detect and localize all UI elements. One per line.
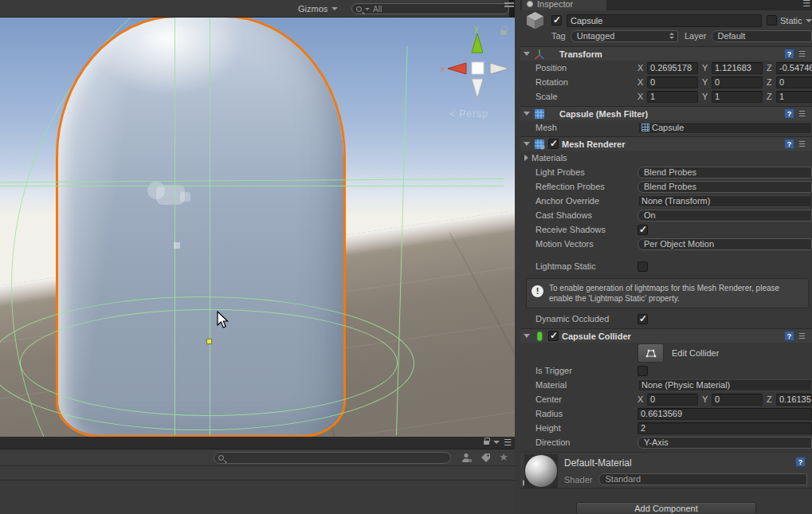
rotation-x-field[interactable]: 0 xyxy=(647,77,698,88)
lock-icon[interactable] xyxy=(500,30,507,35)
cast-shadows-dropdown[interactable]: On xyxy=(637,210,812,222)
scale-z-field[interactable]: 1 xyxy=(776,91,812,103)
scene-viewport[interactable]: y x < Persp xyxy=(0,18,515,437)
lock-icon[interactable] xyxy=(484,441,489,445)
help-icon[interactable]: ? xyxy=(784,108,794,119)
scale-x-field[interactable]: 1 xyxy=(647,91,698,103)
project-search-input[interactable] xyxy=(214,452,451,464)
is-trigger-checkbox[interactable] xyxy=(637,366,648,376)
center-z-field[interactable]: 0.16135 xyxy=(776,394,812,406)
persp-label: Persp xyxy=(459,108,488,120)
mesh-filter-header[interactable]: Capsule (Mesh Filter) ? ☰ xyxy=(520,107,812,120)
gizmos-dropdown-button[interactable]: Gizmos xyxy=(293,2,343,15)
rotation-y-field[interactable]: 0 xyxy=(712,77,763,88)
project-content-area[interactable] xyxy=(0,481,515,513)
active-checkbox[interactable] xyxy=(551,15,562,26)
saved-search-star-icon[interactable]: ★ xyxy=(499,451,508,464)
search-by-label-icon[interactable] xyxy=(480,452,492,464)
dynamic-occluded-checkbox[interactable] xyxy=(637,314,648,324)
capsule-collider-enabled-checkbox[interactable] xyxy=(548,331,559,341)
x-axis-field-label: X xyxy=(637,92,645,101)
help-icon[interactable]: ? xyxy=(784,331,794,341)
panel-menu-icon[interactable]: ☰ xyxy=(504,438,512,446)
chevron-down-icon[interactable] xyxy=(493,441,500,444)
mesh-renderer-header[interactable]: Mesh Renderer ? ☰ xyxy=(520,137,812,151)
x-axis-label: x xyxy=(441,65,445,73)
lightmap-static-checkbox[interactable] xyxy=(637,261,648,272)
materials-foldout-row[interactable]: Materials xyxy=(520,151,812,165)
mesh-filter-icon xyxy=(534,108,545,120)
neg-y-axis-cone[interactable] xyxy=(472,79,483,98)
receive-shadows-checkbox[interactable] xyxy=(637,225,648,235)
preset-icon[interactable]: ☰ xyxy=(798,331,806,341)
height-field[interactable]: 2 xyxy=(637,422,812,434)
light-probes-dropdown[interactable]: Blend Probes xyxy=(637,167,812,179)
lightmap-static-row: Lightmap Static xyxy=(520,259,812,273)
gameobject-name-field[interactable]: Capsule xyxy=(567,14,762,27)
foldout-icon[interactable] xyxy=(524,334,530,338)
mesh-label: Mesh xyxy=(535,123,637,132)
foldout-icon[interactable] xyxy=(524,142,530,146)
orientation-gizmo[interactable]: y x < Persp xyxy=(440,21,515,126)
capsule-collider-header[interactable]: Capsule Collider ? ☰ xyxy=(520,329,812,343)
tag-dropdown[interactable]: Untagged xyxy=(571,30,678,42)
edit-collider-label: Edit Collider xyxy=(672,348,719,358)
position-z-field[interactable]: -0.54746 xyxy=(776,62,812,74)
static-checkbox[interactable] xyxy=(767,15,777,26)
y-axis-field-label: Y xyxy=(702,394,709,404)
preset-icon[interactable]: ☰ xyxy=(798,49,806,59)
layer-dropdown[interactable]: Default xyxy=(712,30,812,42)
panel-menu-icon[interactable]: ☰ xyxy=(802,0,810,7)
help-icon[interactable]: ? xyxy=(795,457,806,467)
preset-icon[interactable]: ☰ xyxy=(798,108,806,119)
inspector-panel: Inspector ☰ Capsule Static Tag Untagged xyxy=(520,0,812,514)
edit-collider-row: Edit Collider xyxy=(520,343,812,363)
tab-inspector[interactable]: Inspector xyxy=(522,0,606,10)
position-y-field[interactable]: 1.121683 xyxy=(712,62,763,74)
y-axis-cone[interactable] xyxy=(472,33,483,53)
radius-field[interactable]: 0.6613569 xyxy=(637,408,812,420)
search-by-type-icon[interactable] xyxy=(461,452,473,464)
shader-dropdown[interactable]: Standard xyxy=(598,473,807,485)
x-axis-field-label: X xyxy=(637,77,645,87)
mesh-renderer-title: Mesh Renderer xyxy=(562,139,625,149)
static-dropdown-caret-icon[interactable] xyxy=(806,19,812,22)
mesh-icon xyxy=(641,124,649,131)
z-axis-cone[interactable] xyxy=(490,63,509,74)
dynamic-occluded-label: Dynamic Occluded xyxy=(535,314,637,324)
collider-handle[interactable] xyxy=(206,339,212,344)
foldout-icon[interactable] xyxy=(524,112,530,116)
perspective-toggle[interactable]: < Persp xyxy=(449,108,488,120)
rotation-z-field[interactable]: 0 xyxy=(776,77,812,88)
help-icon[interactable]: ? xyxy=(784,49,794,59)
edit-collider-button[interactable] xyxy=(637,343,664,363)
project-toolbar: ★ xyxy=(0,449,515,466)
physic-material-label: Material xyxy=(535,380,637,390)
direction-value: Y-Axis xyxy=(644,437,669,447)
foldout-icon[interactable] xyxy=(524,52,530,56)
direction-dropdown[interactable]: Y-Axis xyxy=(637,437,812,449)
center-y-field[interactable]: 0 xyxy=(712,394,763,406)
anchor-override-field[interactable]: None (Transform) xyxy=(637,195,812,207)
motion-vectors-dropdown[interactable]: Per Object Motion xyxy=(637,238,812,250)
help-icon[interactable]: ? xyxy=(784,139,794,149)
mesh-renderer-enabled-checkbox[interactable] xyxy=(548,139,559,149)
position-x-field[interactable]: 0.2695178 xyxy=(647,62,698,74)
reflection-probes-dropdown[interactable]: Blend Probes xyxy=(637,181,812,193)
scale-label: Scale xyxy=(535,92,637,101)
physic-material-field[interactable]: None (Physic Material) xyxy=(637,379,812,391)
gizmo-center-cube[interactable] xyxy=(472,62,484,74)
scene-search-input[interactable]: All xyxy=(351,3,509,14)
preset-icon[interactable]: ☰ xyxy=(798,139,806,149)
transform-header[interactable]: Transform ? ☰ xyxy=(520,47,812,61)
collider-handle[interactable] xyxy=(174,242,180,249)
add-component-button[interactable]: Add Component xyxy=(576,502,756,514)
rotation-row: Rotation X 0 Y 0 Z 0 xyxy=(520,75,812,89)
material-thumbnail[interactable] xyxy=(524,454,558,488)
foldout-right-icon[interactable] xyxy=(524,155,528,161)
center-x-field[interactable]: 0 xyxy=(647,394,698,406)
x-axis-cone[interactable] xyxy=(448,63,466,74)
mesh-object-field[interactable]: Capsule xyxy=(637,122,812,134)
scale-y-field[interactable]: 1 xyxy=(712,91,763,103)
window-controls-icon[interactable] xyxy=(504,1,515,9)
